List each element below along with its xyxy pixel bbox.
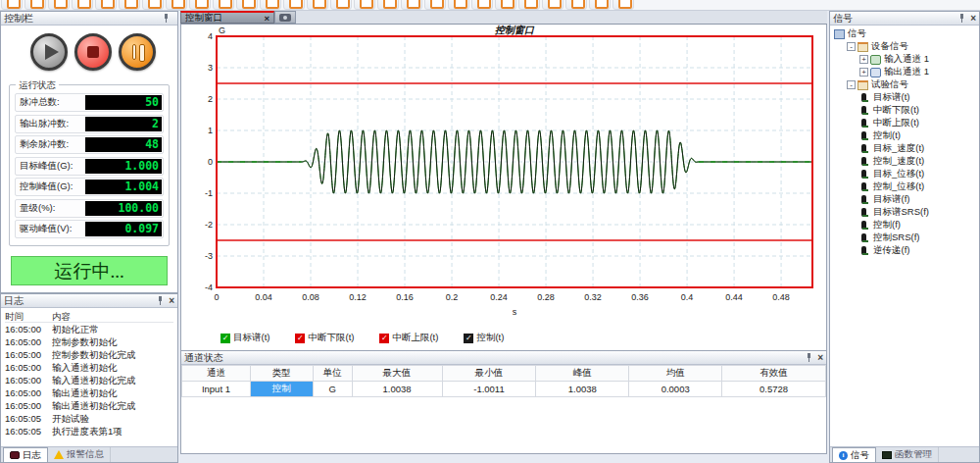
save-icon[interactable] [48, 0, 70, 10]
channel-cell[interactable]: -1.0011 [442, 382, 536, 397]
tree-item-输入通道 1[interactable]: +输入通道 1 [832, 53, 979, 66]
cursor-l1-icon[interactable] [236, 0, 258, 10]
layout-grid-icon[interactable] [401, 0, 422, 10]
screenshot-tab[interactable] [274, 11, 296, 24]
play-button[interactable] [30, 33, 68, 71]
tree-item-目标谱(f)[interactable]: 目标谱(f) [832, 193, 979, 206]
report-icon[interactable] [471, 0, 493, 10]
layout-six-icon[interactable] [448, 0, 469, 10]
tree-item-中断上限(t)[interactable]: 中断上限(t) [832, 117, 979, 129]
log-row-text: 控制参数初始化完成 [52, 348, 173, 361]
tree-item-label: 中断上限(t) [873, 117, 919, 129]
new-file-icon[interactable] [1, 0, 23, 10]
channel-cell[interactable]: 控制 [250, 382, 313, 397]
expand-icon[interactable]: + [859, 68, 868, 77]
pin-icon[interactable] [156, 296, 165, 305]
tree-item-目标谱(t)[interactable]: 目标谱(t) [832, 91, 979, 104]
tree-item-中断下限(t)[interactable]: 中断下限(t) [832, 104, 979, 117]
tree-item-信号[interactable]: 信号 [832, 27, 979, 40]
expand-icon[interactable]: + [859, 55, 868, 64]
export-icon[interactable] [119, 0, 140, 10]
legend-checkbox[interactable]: ✓ [464, 334, 473, 343]
spectrum-icon[interactable] [330, 0, 352, 10]
layout-quad-icon[interactable] [424, 0, 446, 10]
save-all-icon[interactable] [72, 0, 93, 10]
close-icon[interactable] [612, 0, 634, 10]
tree-item-设备信号[interactable]: -设备信号 [832, 40, 979, 53]
collapse-icon[interactable]: - [847, 80, 856, 89]
layout-single-icon[interactable] [354, 0, 375, 10]
cursor-l2-icon[interactable] [260, 0, 281, 10]
waveform-icon [859, 93, 870, 103]
cursor-l3-icon[interactable] [283, 0, 305, 10]
tree-item-控制SRS(f)[interactable]: 控制SRS(f) [832, 232, 979, 244]
tree-item-目标_速度(t)[interactable]: 目标_速度(t) [832, 142, 979, 155]
tree-item-输出通道 1[interactable]: +输出通道 1 [832, 66, 979, 78]
chart-plot[interactable]: -4-3-2-10123400.040.080.120.160.20.240.2… [181, 25, 826, 327]
tree-item-试验信号[interactable]: -试验信号 [832, 78, 979, 91]
legend-item-控制(t)[interactable]: ✓控制(t) [464, 332, 504, 344]
zoom-in-icon[interactable] [542, 0, 564, 10]
channel-cell[interactable]: 1.0038 [352, 382, 442, 397]
channel-cell[interactable]: Input 1 [182, 382, 251, 397]
schedule-icon[interactable] [189, 0, 211, 10]
channel-cell[interactable]: 1.0038 [536, 382, 629, 397]
channel-cell[interactable]: 0.5728 [722, 382, 826, 397]
stop-icon [87, 46, 99, 58]
tree-item-label: 目标谱(f) [873, 193, 909, 206]
undo-icon[interactable] [589, 0, 611, 10]
close-icon[interactable]: × [970, 14, 976, 23]
copy-icon[interactable] [495, 0, 516, 10]
tree-item-label: 控制(t) [873, 129, 901, 142]
tab-close-icon[interactable]: × [264, 13, 270, 24]
tab-函数管理[interactable]: 函数管理 [876, 447, 939, 462]
tab-报警信息[interactable]: 报警信息 [48, 447, 111, 462]
open-file-icon[interactable] [24, 0, 46, 10]
pin-icon[interactable] [162, 14, 171, 23]
log-row-time: 16:05:05 [5, 412, 52, 425]
close-icon[interactable]: × [169, 296, 174, 305]
close-icon[interactable]: × [817, 353, 823, 362]
legend-item-中断上限(t)[interactable]: ✓中断上限(t) [379, 332, 438, 344]
pause-button[interactable] [119, 33, 156, 71]
signal-wave-icon[interactable] [307, 0, 328, 10]
tree-item-控制(t)[interactable]: 控制(t) [832, 129, 979, 142]
legend-checkbox[interactable]: ✓ [295, 334, 305, 343]
tree-item-控制(f)[interactable]: 控制(f) [832, 219, 979, 232]
legend-item-中断下限(t)[interactable]: ✓中断下限(t) [295, 332, 354, 344]
field-label: 量级(%): [17, 202, 85, 215]
pin-icon[interactable] [957, 14, 966, 23]
stop-button[interactable] [74, 33, 112, 71]
channel-status-title: 通道状态 [184, 351, 805, 365]
layout-two-icon[interactable] [377, 0, 399, 10]
legend-checkbox[interactable]: ✓ [220, 334, 230, 343]
tree-item-逆传递(f)[interactable]: 逆传递(f) [832, 244, 979, 257]
tree-item-控制_速度(t)[interactable]: 控制_速度(t) [832, 155, 979, 168]
legend-checkbox[interactable]: ✓ [379, 334, 389, 343]
legend-label: 中断上限(t) [392, 332, 438, 344]
collapse-icon[interactable]: - [847, 42, 856, 51]
tree-item-控制_位移(t)[interactable]: 控制_位移(t) [832, 180, 979, 193]
tab-control-window[interactable]: 控制窗口 × [180, 11, 274, 24]
field-label: 控制峰值(G): [17, 180, 85, 193]
pan-icon[interactable] [518, 0, 540, 10]
tree-item-目标_位移(t)[interactable]: 目标_位移(t) [832, 168, 979, 180]
print-icon[interactable] [142, 0, 164, 10]
pin-icon[interactable] [805, 353, 813, 362]
tree-item-label: 输出通道 1 [884, 66, 929, 78]
tab-日志[interactable]: 日志 [3, 447, 48, 462]
tree-item-目标谱SRS(f)[interactable]: 目标谱SRS(f) [832, 206, 979, 219]
waveform-icon [859, 131, 870, 141]
settings-icon[interactable] [166, 0, 187, 10]
import-icon[interactable] [95, 0, 117, 10]
tree-item-label: 输入通道 1 [884, 53, 929, 66]
legend-item-目标谱(t)[interactable]: ✓目标谱(t) [220, 332, 270, 344]
clock-icon[interactable] [213, 0, 234, 10]
tree-item-label: 控制SRS(f) [873, 232, 920, 244]
channel-cell[interactable]: 0.0003 [629, 382, 722, 397]
tab-信号[interactable]: i信号 [832, 447, 876, 462]
channel-cell[interactable]: G [313, 382, 352, 397]
zoom-out-icon[interactable] [565, 0, 587, 10]
svg-text:0.2: 0.2 [446, 292, 459, 302]
svg-text:G: G [219, 26, 225, 35]
